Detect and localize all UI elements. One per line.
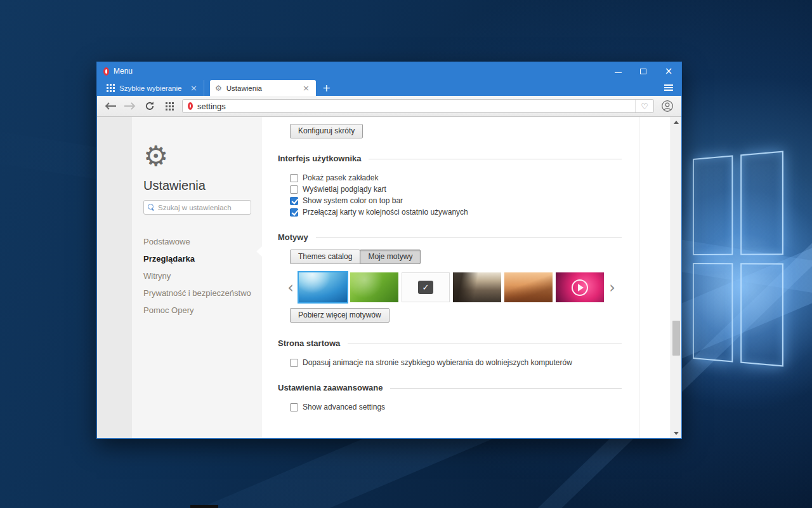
active-section-notch — [256, 246, 262, 257]
taskbar-fragment — [190, 505, 218, 508]
theme-thumbnail-blue-waves[interactable] — [299, 272, 347, 302]
checkbox-row[interactable]: Show advanced settings — [290, 401, 622, 413]
windows-logo — [693, 150, 783, 366]
themes-catalog-button[interactable]: Themes catalog — [290, 250, 360, 264]
opera-badge-icon — [188, 102, 193, 110]
checkbox[interactable] — [290, 185, 298, 194]
settings-nav: Podstawowe Przeglądarka Witryny Prywatno… — [143, 233, 262, 319]
settings-sidebar: ⚙ Ustawienia Podstawowe Przeglądarka Wit… — [132, 117, 262, 438]
section-header-ui: Interfejs użytkownika — [278, 154, 622, 163]
sidebar-item-pomoc[interactable]: Pomoc Opery — [143, 302, 262, 319]
my-themes-button[interactable]: Moje motywy — [360, 250, 421, 264]
search-input[interactable] — [158, 204, 247, 211]
back-button[interactable] — [103, 99, 117, 113]
tab-speed-dial[interactable]: Szybkie wybieranie × — [102, 80, 204, 96]
theme-thumbnail-green-leaf[interactable] — [350, 272, 398, 302]
scrollbar-thumb[interactable] — [672, 321, 680, 356]
tab-close-icon[interactable]: × — [301, 83, 311, 93]
tab-menu-icon[interactable] — [664, 83, 674, 92]
sidebar-item-przegladarka[interactable]: Przeglądarka — [143, 250, 262, 267]
settings-page: ⚙ Ustawienia Podstawowe Przeglądarka Wit… — [97, 117, 681, 438]
address-toolbar: settings ♡ — [97, 96, 681, 117]
speed-dial-button[interactable] — [162, 99, 176, 113]
theme-thumbnail-pink-abstract[interactable] — [556, 272, 604, 302]
tab-label: Szybkie wybieranie — [119, 84, 185, 92]
address-bar[interactable]: settings ♡ — [182, 99, 654, 113]
checkbox-row[interactable]: Przełączaj karty w kolejności ostatnio u… — [290, 206, 622, 218]
checkbox[interactable] — [290, 359, 298, 367]
speed-dial-grid-icon — [166, 102, 174, 110]
page-gutter — [97, 117, 132, 438]
scroll-down-arrow[interactable] — [671, 428, 681, 438]
close-icon: × — [665, 67, 673, 76]
window-titlebar: Menu × — [97, 62, 681, 80]
tab-bar: Szybkie wybieranie × ⚙ Ustawienia × + — [97, 80, 681, 96]
carousel-right-chevron-icon[interactable]: › — [607, 280, 617, 295]
opera-menu-button[interactable]: Menu — [97, 62, 141, 80]
sidebar-item-witryny[interactable]: Witryny — [143, 267, 262, 284]
checkbox-row[interactable]: Pokaż pasek zakładek — [290, 172, 622, 184]
triangle-down-icon — [674, 432, 679, 435]
window-controls: × — [605, 62, 681, 80]
theme-thumbnail-orange-mountains[interactable] — [504, 272, 553, 302]
menu-label: Menu — [114, 67, 133, 76]
theme-thumbnail-light-default[interactable]: ✓ — [402, 272, 450, 302]
maximize-button[interactable] — [631, 62, 656, 80]
checkbox[interactable] — [290, 208, 298, 217]
scroll-up-arrow[interactable] — [671, 117, 681, 127]
themes-carousel: ‹ ✓ › — [285, 271, 622, 304]
page-title: Ustawienia — [143, 178, 262, 193]
search-icon — [148, 204, 155, 211]
windows-logo-pane — [693, 155, 733, 255]
speed-dial-icon — [107, 84, 115, 92]
settings-content: Konfiguruj skróty Interfejs użytkownika … — [262, 117, 639, 438]
section-rule — [348, 344, 622, 344]
new-tab-button[interactable]: + — [316, 83, 337, 93]
tab-settings[interactable]: ⚙ Ustawienia × — [210, 80, 316, 96]
vertical-scrollbar[interactable] — [671, 117, 681, 438]
checkbox-row[interactable]: Show system color on top bar — [290, 195, 622, 206]
settings-search[interactable] — [143, 200, 251, 215]
section-rule — [390, 388, 622, 389]
section-rule — [316, 237, 622, 238]
tab-close-icon[interactable]: × — [189, 83, 199, 93]
checkbox[interactable] — [290, 403, 298, 411]
url-text[interactable]: settings — [197, 102, 631, 111]
windows-logo-pane — [693, 263, 733, 363]
carousel-left-chevron-icon[interactable]: ‹ — [285, 280, 296, 295]
applied-theme-check-icon: ✓ — [418, 281, 433, 294]
theme-thumbnail-cliff[interactable] — [453, 272, 501, 302]
opera-logo-icon — [103, 67, 109, 76]
sidebar-item-prywatnosc[interactable]: Prywatność i bezpieczeństwo — [143, 284, 262, 302]
sidebar-item-podstawowe[interactable]: Podstawowe — [143, 233, 262, 250]
windows-logo-pane — [740, 263, 783, 367]
settings-main: Konfiguruj skróty Interfejs użytkownika … — [262, 117, 671, 438]
bookmark-heart-button[interactable]: ♡ — [635, 100, 653, 112]
windows-logo-pane — [740, 150, 783, 255]
checkbox[interactable] — [290, 197, 298, 205]
tab-label: Ustawienia — [226, 84, 297, 92]
configure-shortcuts-button[interactable]: Konfiguruj skróty — [290, 124, 363, 138]
checkbox-row[interactable]: Wyświetlaj podglądy kart — [290, 184, 622, 195]
close-button[interactable]: × — [656, 62, 681, 80]
reload-button[interactable] — [143, 99, 157, 113]
checkbox[interactable] — [290, 174, 298, 182]
section-header-startpage: Strona startowa — [278, 338, 622, 348]
forward-button[interactable] — [123, 99, 137, 113]
get-more-themes-button[interactable]: Pobierz więcej motywów — [290, 308, 390, 323]
opera-browser-window: Menu × Szybkie wybieranie × ⚙ Ustawienia… — [96, 62, 682, 439]
minimize-button[interactable] — [605, 62, 631, 80]
triangle-up-icon — [674, 121, 679, 124]
minimize-icon — [615, 72, 622, 73]
section-header-themes: Motywy — [278, 232, 622, 242]
maximize-icon — [640, 69, 646, 74]
section-rule — [369, 159, 622, 159]
heart-icon: ♡ — [641, 102, 648, 111]
settings-gear-icon: ⚙ — [143, 142, 168, 170]
themes-segmented-buttons: Themes catalog Moje motywy — [290, 250, 421, 264]
play-icon — [572, 279, 588, 296]
section-header-advanced: Ustawienia zaawansowane — [278, 383, 622, 392]
profile-button[interactable] — [660, 98, 675, 114]
gear-icon: ⚙ — [215, 84, 222, 92]
checkbox-row[interactable]: Dopasuj animacje na stronie szybkiego wy… — [290, 357, 622, 368]
